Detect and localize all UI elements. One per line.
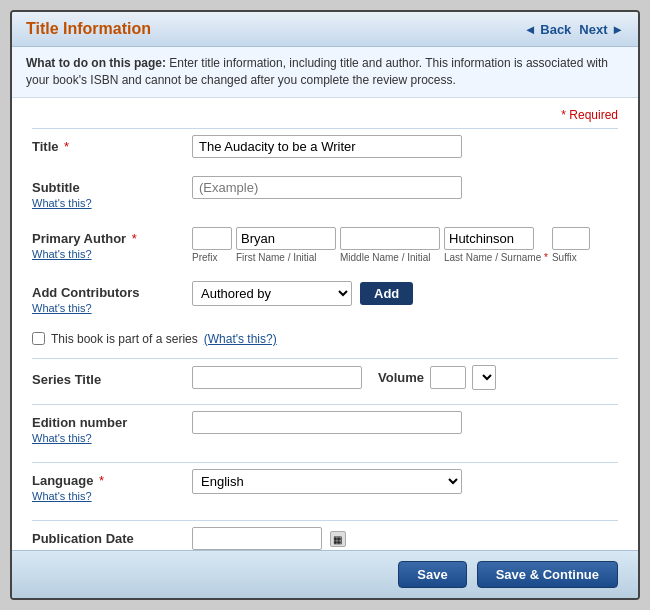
firstname-input[interactable] — [236, 227, 336, 250]
suffix-input[interactable] — [552, 227, 590, 250]
primary-author-whats-this[interactable]: What's this? — [32, 248, 192, 260]
prefix-input[interactable] — [192, 227, 232, 250]
primary-author-label-group: Primary Author * What's this? — [32, 227, 192, 260]
info-box: What to do on this page: Enter title inf… — [12, 47, 638, 98]
title-field — [192, 135, 618, 158]
subtitle-label: Subtitle — [32, 180, 80, 195]
add-contributor-button[interactable]: Add — [360, 282, 413, 305]
title-label-group: Title * — [32, 135, 192, 154]
volume-input[interactable] — [430, 366, 466, 389]
next-link[interactable]: Next ► — [579, 22, 624, 37]
contributors-select[interactable]: Authored by Edited by Translated by Illu… — [192, 281, 352, 306]
divider-edition — [32, 404, 618, 405]
pubdate-input[interactable] — [192, 527, 322, 550]
volume-select[interactable] — [472, 365, 496, 390]
series-check-label: This book is part of a series — [51, 332, 198, 346]
main-window: Title Information ◄ Back Next ► What to … — [10, 10, 640, 600]
series-title-field — [192, 366, 362, 389]
contributors-label: Add Contributors — [32, 285, 140, 300]
contributors-whats-this[interactable]: What's this? — [32, 302, 192, 314]
pubdate-row: Publication Date What's this? ▦ — [32, 527, 618, 550]
divider-series — [32, 358, 618, 359]
author-fields-container: Prefix First Name / Initial Middle Name … — [192, 227, 618, 263]
author-fields: Prefix First Name / Initial Middle Name … — [192, 227, 618, 263]
language-label-group: Language * What's this? — [32, 469, 192, 502]
footer: Save Save & Continue — [12, 550, 638, 598]
middlename-label: Middle Name / Initial — [340, 252, 431, 263]
pubdate-field: ▦ — [192, 527, 618, 550]
language-select[interactable]: English Spanish French German Portuguese… — [192, 469, 462, 494]
content-area: * Required Title * Subtitle What's this? — [12, 98, 638, 550]
pubdate-label: Publication Date — [32, 531, 134, 546]
contributors-field: Authored by Edited by Translated by Illu… — [192, 281, 618, 306]
lastname-input[interactable] — [444, 227, 534, 250]
volume-label: Volume — [378, 370, 424, 385]
edition-label-group: Edition number What's this? — [32, 411, 192, 444]
subtitle-whats-this[interactable]: What's this? — [32, 197, 192, 209]
language-label: Language — [32, 473, 93, 488]
title-label: Title — [32, 139, 59, 154]
series-title-label: Series Title — [32, 372, 101, 387]
subtitle-input[interactable] — [192, 176, 462, 199]
title-row: Title * — [32, 135, 618, 162]
prefix-label: Prefix — [192, 252, 218, 263]
edition-row: Edition number What's this? — [32, 411, 618, 448]
series-checkbox[interactable] — [32, 332, 45, 345]
middlename-group: Middle Name / Initial — [340, 227, 440, 263]
subtitle-row: Subtitle What's this? — [32, 176, 618, 213]
language-whats-this[interactable]: What's this? — [32, 490, 192, 502]
primary-author-label: Primary Author — [32, 231, 126, 246]
required-note: * Required — [32, 108, 618, 122]
contributors-label-group: Add Contributors What's this? — [32, 281, 192, 314]
header-nav: ◄ Back Next ► — [524, 22, 624, 37]
lastname-group: Last Name / Surname * — [444, 227, 548, 263]
suffix-label: Suffix — [552, 252, 577, 263]
save-button[interactable]: Save — [398, 561, 466, 588]
info-bold: What to do on this page: — [26, 56, 166, 70]
series-check-row: This book is part of a series (What's th… — [32, 332, 618, 346]
series-title-label-group: Series Title — [32, 368, 192, 387]
save-continue-button[interactable]: Save & Continue — [477, 561, 618, 588]
firstname-label: First Name / Initial — [236, 252, 317, 263]
edition-field — [192, 411, 618, 434]
calendar-icon[interactable]: ▦ — [330, 531, 346, 547]
series-title-input[interactable] — [192, 366, 362, 389]
page-title: Title Information — [26, 20, 151, 38]
subtitle-label-group: Subtitle What's this? — [32, 176, 192, 209]
edition-input[interactable] — [192, 411, 462, 434]
contributors-row: Add Contributors What's this? Authored b… — [32, 281, 618, 318]
pubdate-label-group: Publication Date What's this? — [32, 527, 192, 550]
divider-top — [32, 128, 618, 129]
primary-author-row: Primary Author * What's this? Prefix Fir… — [32, 227, 618, 267]
firstname-group: First Name / Initial — [236, 227, 336, 263]
language-row: Language * What's this? English Spanish … — [32, 469, 618, 506]
edition-label: Edition number — [32, 415, 127, 430]
header: Title Information ◄ Back Next ► — [12, 12, 638, 47]
divider-language — [32, 462, 618, 463]
back-link[interactable]: ◄ Back — [524, 22, 572, 37]
prefix-group: Prefix — [192, 227, 232, 263]
title-input[interactable] — [192, 135, 462, 158]
suffix-group: Suffix — [552, 227, 590, 263]
volume-group: Volume — [378, 365, 496, 390]
middlename-input[interactable] — [340, 227, 440, 250]
contributors-field-inner: Authored by Edited by Translated by Illu… — [192, 281, 618, 306]
series-vol-row: Series Title Volume — [32, 365, 618, 390]
edition-whats-this[interactable]: What's this? — [32, 432, 192, 444]
lastname-label: Last Name / Surname * — [444, 252, 548, 263]
language-field: English Spanish French German Portuguese… — [192, 469, 618, 494]
subtitle-field — [192, 176, 618, 199]
divider-pubdate — [32, 520, 618, 521]
series-whats-this-link[interactable]: (What's this?) — [204, 332, 277, 346]
